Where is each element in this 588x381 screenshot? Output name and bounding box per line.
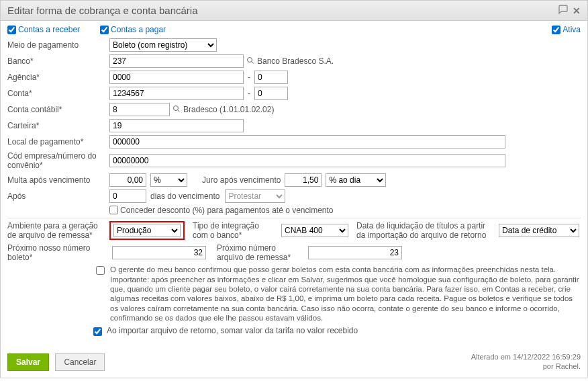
label-banco: Banco* bbox=[7, 56, 109, 66]
close-icon[interactable]: ✕ bbox=[573, 5, 581, 16]
label-tipo-integracao: Tipo de integração com o banco* bbox=[193, 221, 273, 241]
input-juro-valor[interactable] bbox=[285, 173, 322, 187]
svg-point-0 bbox=[248, 57, 252, 62]
checkbox-importar-retorno[interactable]: Ao importar arquivo de retorno, somar va… bbox=[93, 326, 358, 336]
select-juro-tipo[interactable]: % ao dia bbox=[326, 173, 386, 187]
checkbox-label: Contas a pagar bbox=[111, 25, 166, 34]
dialog-title: Editar forma de cobrança e conta bancári… bbox=[7, 5, 198, 16]
note-gerente: O gerente do meu banco confirmou que pos… bbox=[110, 265, 581, 323]
checkbox-gerente-confirmou[interactable] bbox=[96, 266, 105, 275]
separator: - bbox=[248, 89, 250, 98]
input-agencia[interactable] bbox=[109, 71, 244, 84]
label-ambiente: Ambiente para a geração de arquivo de re… bbox=[7, 221, 101, 241]
search-icon[interactable] bbox=[246, 56, 254, 67]
input-conta-contabil[interactable] bbox=[109, 103, 170, 116]
checkbox-label: Ativa bbox=[562, 25, 581, 34]
banco-nome: Banco Bradesco S.A. bbox=[257, 56, 334, 66]
divider bbox=[7, 218, 581, 218]
input-prox-boleto[interactable] bbox=[112, 246, 206, 259]
label-prox-boleto: Próximo nosso número boleto* bbox=[7, 243, 101, 263]
select-meio-pagamento[interactable]: Boleto (com registro) bbox=[109, 38, 217, 52]
svg-line-3 bbox=[178, 110, 180, 112]
input-agencia-dv[interactable] bbox=[254, 71, 288, 84]
label-dias: dias do vencimento bbox=[150, 192, 219, 201]
select-multa-tipo[interactable]: % bbox=[150, 173, 187, 187]
checkbox-conceder-desconto[interactable]: Conceder desconto (%) para pagamentos at… bbox=[109, 206, 334, 215]
checkbox-ativa[interactable]: Ativa bbox=[552, 25, 581, 34]
meta-por: por Rachel. bbox=[471, 362, 581, 371]
input-prox-remessa[interactable] bbox=[308, 246, 402, 259]
label-apos: Após bbox=[7, 192, 109, 201]
checkbox-contas-pagar[interactable]: Contas a pagar bbox=[100, 25, 166, 34]
input-carteira[interactable] bbox=[109, 119, 244, 132]
label-meio: Meio de pagamento bbox=[7, 40, 109, 50]
input-local[interactable] bbox=[109, 135, 505, 149]
select-ambiente[interactable]: Produção bbox=[113, 224, 181, 237]
highlight-box: Produção bbox=[109, 221, 185, 240]
label-cod-convenio: Cód empresa/número do convênio* bbox=[7, 151, 109, 171]
label-prox-remessa: Próximo número arquivo de remessa* bbox=[217, 243, 297, 263]
label-data-liquidacao: Data de liquidação de títulos a partir d… bbox=[356, 221, 491, 241]
select-tipo-integracao[interactable]: CNAB 400 bbox=[281, 224, 348, 237]
checkbox-label: Ao importar arquivo de retorno, somar va… bbox=[107, 326, 358, 335]
label-carteira: Carteira* bbox=[7, 121, 109, 130]
label-agencia: Agência* bbox=[7, 73, 109, 82]
input-conta-dv[interactable] bbox=[254, 87, 288, 100]
input-conta[interactable] bbox=[109, 87, 244, 100]
label-local: Local de pagamento* bbox=[7, 137, 109, 146]
checkbox-label: Contas a receber bbox=[18, 25, 80, 34]
label-juro: Juro após vencimento bbox=[202, 175, 281, 185]
input-banco[interactable] bbox=[109, 54, 244, 68]
input-apos-dias[interactable] bbox=[109, 189, 146, 203]
svg-point-2 bbox=[174, 105, 179, 110]
help-icon[interactable] bbox=[558, 4, 569, 17]
input-cod-convenio[interactable] bbox=[109, 154, 505, 167]
label-conta: Conta* bbox=[7, 89, 109, 98]
label-conta-contabil: Conta contábil* bbox=[7, 105, 109, 114]
svg-line-1 bbox=[252, 61, 254, 63]
label-multa: Multa após vencimento bbox=[7, 175, 109, 185]
meta-alterado: Alterado em 14/12/2022 16:59:29 bbox=[471, 352, 581, 362]
search-icon[interactable] bbox=[173, 105, 181, 115]
checkbox-label: Conceder desconto (%) para pagamentos at… bbox=[120, 206, 334, 215]
save-button[interactable]: Salvar bbox=[7, 353, 49, 371]
select-protestar[interactable]: Protestar bbox=[225, 189, 285, 203]
select-data-liquidacao[interactable]: Data de crédito bbox=[499, 224, 579, 237]
separator: - bbox=[248, 73, 250, 82]
checkbox-contas-receber[interactable]: Contas a receber bbox=[7, 25, 80, 34]
input-multa-valor[interactable] bbox=[109, 173, 146, 187]
cancel-button[interactable]: Cancelar bbox=[55, 353, 105, 371]
conta-contabil-nome: Bradesco (1.01.01.02.02) bbox=[183, 105, 274, 114]
